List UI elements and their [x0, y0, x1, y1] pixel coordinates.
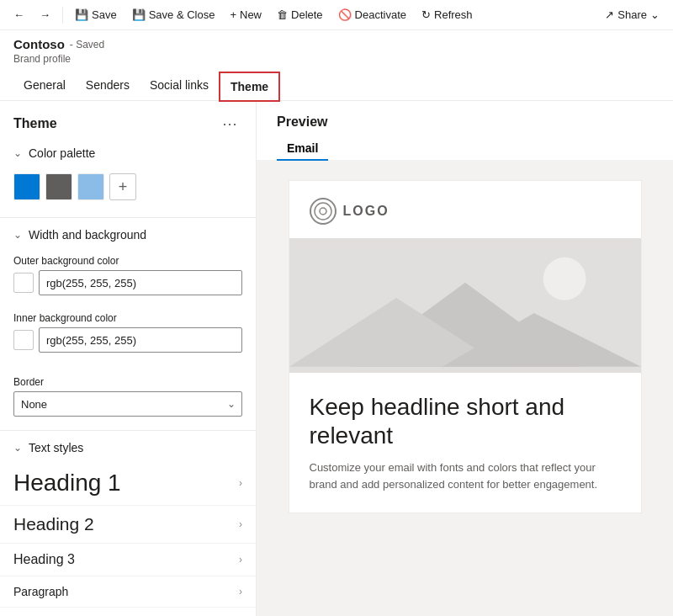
paragraph-label: Paragraph — [13, 585, 68, 598]
divider-2 — [0, 430, 256, 431]
color-palette-section-header[interactable]: ⌄ Color palette — [0, 140, 256, 167]
divider-1 — [0, 217, 256, 218]
email-body-text: Customize your email with fonts and colo… — [310, 459, 621, 492]
color-palette-label: Color palette — [29, 146, 95, 160]
outer-bg-field-group: Outer background color — [0, 248, 256, 305]
page-header: Contoso - Saved Brand profile General Se… — [0, 30, 673, 101]
save-close-label: Save & Close — [149, 8, 215, 21]
border-label: Border — [13, 376, 242, 388]
outer-bg-input[interactable] — [39, 270, 242, 295]
outer-bg-label: Outer background color — [13, 255, 242, 267]
svg-point-0 — [315, 203, 331, 220]
paragraph-item[interactable]: Paragraph › — [0, 576, 256, 608]
tab-theme[interactable]: Theme — [219, 72, 280, 102]
email-body: Keep headline short and relevant Customi… — [289, 373, 641, 512]
heading-3-item[interactable]: Heading 3 › — [0, 544, 256, 576]
new-icon: + — [230, 8, 236, 21]
new-label: New — [240, 8, 262, 21]
preview-tab-email[interactable]: Email — [277, 136, 328, 160]
logo-icon — [310, 198, 336, 225]
main-content: Theme ⋯ ⌄ Color palette + ⌄ Width and ba… — [0, 101, 673, 616]
chevron-down-icon-2: ⌄ — [13, 229, 22, 241]
back-button[interactable]: ← — [7, 5, 31, 24]
share-chevron-icon: ⌄ — [650, 8, 660, 21]
preview-title: Preview — [277, 114, 653, 130]
panel-header: Theme ⋯ — [0, 101, 256, 140]
width-background-section-header[interactable]: ⌄ Width and background — [0, 221, 256, 248]
heading-2-chevron-icon: › — [239, 518, 242, 530]
inner-bg-field-group: Inner background color — [0, 305, 256, 363]
page-subtitle: Brand profile — [13, 53, 660, 65]
email-preview: LOGO — [289, 180, 642, 513]
preview-content: LOGO — [257, 160, 673, 534]
save-icon: 💾 — [75, 8, 88, 21]
heading-3-chevron-icon: › — [239, 554, 242, 566]
tab-general[interactable]: General — [13, 72, 76, 100]
email-logo-area: LOGO — [289, 181, 641, 238]
share-label: Share — [617, 8, 647, 21]
inner-bg-label: Inner background color — [13, 312, 242, 324]
chevron-down-icon: ⌄ — [13, 147, 22, 159]
text-styles-section-header[interactable]: ⌄ Text styles — [0, 434, 256, 461]
tab-social-links[interactable]: Social links — [140, 72, 219, 100]
color-swatch-blue[interactable] — [13, 173, 40, 200]
svg-point-3 — [543, 258, 586, 300]
right-panel: Preview Email LOGO — [257, 101, 673, 616]
new-button[interactable]: + New — [223, 5, 268, 24]
paragraph-chevron-icon: › — [239, 586, 242, 597]
heading-1-item[interactable]: Heading 1 › — [0, 461, 256, 506]
share-button[interactable]: ↗ Share ⌄ — [598, 5, 666, 24]
color-swatches: + — [0, 167, 256, 214]
forward-icon: → — [40, 8, 50, 21]
app-name: Contoso — [13, 37, 65, 51]
separator-1 — [62, 7, 63, 24]
back-icon: ← — [13, 8, 24, 21]
heading-1-chevron-icon: › — [239, 477, 242, 489]
width-background-label: Width and background — [29, 228, 146, 242]
heading-2-item[interactable]: Heading 2 › — [0, 506, 256, 544]
color-swatch-light-blue[interactable] — [77, 173, 104, 200]
toolbar: ← → 💾 Save 💾 Save & Close + New 🗑 Delete… — [0, 0, 673, 30]
deactivate-button[interactable]: 🚫 Deactivate — [331, 5, 413, 24]
mountain-illustration — [289, 238, 641, 373]
border-field-group: Border None Thin Medium Thick ⌄ — [0, 369, 256, 427]
border-select[interactable]: None Thin Medium Thick — [13, 391, 242, 417]
preview-tabs: Email — [277, 136, 653, 160]
text-styles-label: Text styles — [29, 441, 83, 454]
color-swatch-gray[interactable] — [45, 173, 72, 200]
nav-tabs: General Senders Social links Theme — [13, 72, 660, 100]
camera-icon — [313, 201, 333, 221]
email-headline: Keep headline short and relevant — [310, 393, 621, 449]
refresh-label: Refresh — [434, 8, 473, 21]
inner-bg-color-preview[interactable] — [13, 330, 34, 350]
heading-1-label: Heading 1 — [13, 470, 121, 497]
share-icon: ↗ — [605, 8, 614, 21]
refresh-icon: ↻ — [421, 8, 431, 21]
add-color-button[interactable]: + — [109, 173, 136, 200]
inner-bg-input[interactable] — [39, 327, 242, 353]
border-select-wrapper: None Thin Medium Thick ⌄ — [13, 391, 242, 417]
email-image-placeholder — [289, 238, 641, 373]
panel-menu-button[interactable]: ⋯ — [217, 114, 242, 133]
delete-button[interactable]: 🗑 Delete — [270, 5, 330, 24]
chevron-down-icon-3: ⌄ — [13, 442, 22, 454]
heading-3-label: Heading 3 — [13, 552, 75, 567]
panel-title: Theme — [13, 116, 57, 131]
refresh-button[interactable]: ↻ Refresh — [415, 5, 480, 24]
save-button[interactable]: 💾 Save — [68, 5, 124, 24]
save-close-button[interactable]: 💾 Save & Close — [125, 5, 222, 24]
preview-header: Preview Email — [257, 101, 673, 160]
outer-bg-color-preview[interactable] — [13, 273, 34, 293]
deactivate-icon: 🚫 — [338, 8, 352, 21]
deactivate-label: Deactivate — [355, 8, 406, 21]
logo-text: LOGO — [343, 204, 389, 219]
saved-status: - Saved — [70, 39, 104, 50]
delete-icon: 🗑 — [277, 8, 288, 21]
plus-icon: + — [119, 178, 128, 196]
save-label: Save — [92, 8, 117, 21]
delete-label: Delete — [291, 8, 323, 21]
save-close-icon: 💾 — [132, 8, 146, 21]
svg-point-1 — [320, 208, 326, 215]
forward-button[interactable]: → — [33, 5, 57, 24]
tab-senders[interactable]: Senders — [76, 72, 140, 100]
